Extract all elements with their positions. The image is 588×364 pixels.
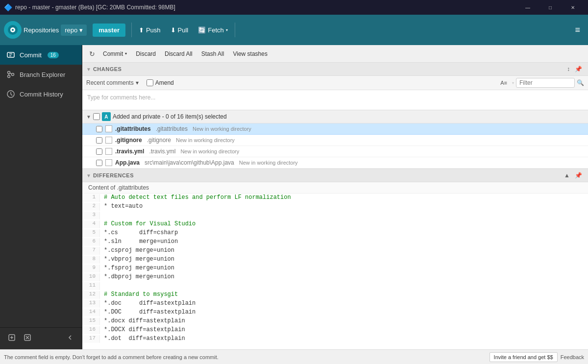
commit-icon bbox=[6, 50, 16, 60]
diff-line: 3 bbox=[82, 211, 588, 220]
diff-collapse-icon: ▼ bbox=[86, 173, 91, 178]
fetch-dropdown-arrow: ▾ bbox=[226, 28, 228, 32]
file-icon-0 bbox=[105, 125, 112, 132]
line-content bbox=[100, 212, 104, 219]
repositories-label: Repositories bbox=[24, 26, 59, 34]
line-number: 9 bbox=[82, 265, 100, 272]
sidebar-item-commit[interactable]: Commit 16 bbox=[0, 45, 82, 65]
file-checkbox-3[interactable] bbox=[96, 160, 102, 166]
recent-comments-arrow: ▾ bbox=[136, 79, 139, 86]
content-area: ↻ Commit ▾ Discard Discard All Stash All… bbox=[82, 45, 588, 349]
group-collapse-arrow: ▼ bbox=[86, 114, 91, 120]
line-number: 11 bbox=[82, 282, 100, 290]
group-letter: A bbox=[104, 114, 108, 120]
diff-line: 1# Auto detect text files and perform LF… bbox=[82, 194, 588, 202]
svg-point-2 bbox=[12, 29, 14, 31]
amend-checkbox[interactable] bbox=[147, 79, 153, 86]
line-content: *.csproj merge=union bbox=[100, 247, 174, 255]
pull-button[interactable]: ⬇ Pull bbox=[166, 24, 194, 37]
close-button[interactable]: ✕ bbox=[562, 0, 584, 15]
close-tab-button[interactable] bbox=[22, 332, 33, 345]
sidebar-bottom bbox=[0, 327, 82, 349]
line-content: * text=auto bbox=[100, 203, 143, 211]
diff-header-actions: ▲ 📌 bbox=[562, 171, 584, 180]
refresh-button[interactable]: ↻ bbox=[86, 48, 98, 60]
recent-comments-button[interactable]: Recent comments ▾ bbox=[86, 79, 139, 86]
file-group-header[interactable]: ▼ A Added and private - 0 of 16 item(s) … bbox=[82, 110, 588, 123]
maximize-button[interactable]: □ bbox=[539, 0, 562, 15]
file-checkbox-2[interactable] bbox=[96, 148, 102, 155]
line-number: 13 bbox=[82, 300, 100, 308]
file-item[interactable]: .gitignore .gitignore New in working dir… bbox=[82, 135, 588, 146]
line-content: # Custom for Visual Studio bbox=[100, 220, 196, 228]
push-label: Push bbox=[146, 26, 161, 34]
stash-all-button[interactable]: Stash All bbox=[197, 49, 228, 59]
discard-label: Discard bbox=[136, 50, 156, 57]
file-checkbox-1[interactable] bbox=[96, 137, 102, 144]
svg-rect-3 bbox=[7, 52, 14, 57]
file-icon-1 bbox=[105, 137, 112, 144]
repo-section: Repositories repo ▾ bbox=[24, 24, 87, 36]
line-content: # Auto detect text files and perform LF … bbox=[100, 194, 291, 202]
svg-point-7 bbox=[8, 75, 10, 78]
diff-up-button[interactable]: ▲ bbox=[562, 171, 572, 180]
invite-button[interactable]: Invite a friend and get $$ bbox=[490, 352, 558, 362]
back-button[interactable] bbox=[64, 332, 76, 345]
file-path-1: .gitignore bbox=[147, 137, 171, 144]
branch-button[interactable]: master bbox=[93, 24, 125, 37]
line-number: 7 bbox=[82, 247, 100, 255]
branch-name: master bbox=[98, 26, 120, 34]
discard-button[interactable]: Discard bbox=[132, 49, 160, 59]
group-icon: A bbox=[102, 112, 111, 121]
group-checkbox[interactable] bbox=[93, 113, 100, 120]
line-number: 17 bbox=[82, 335, 100, 343]
line-content: *.vbproj merge=union bbox=[100, 256, 174, 264]
discard-all-button[interactable]: Discard All bbox=[161, 49, 196, 59]
repo-dropdown[interactable]: repo ▾ bbox=[61, 24, 87, 36]
line-content: *.DOCX diff=astextplain bbox=[100, 326, 185, 334]
line-number: 6 bbox=[82, 238, 100, 246]
toolbar-separator-2 bbox=[235, 23, 235, 37]
group-label: Added and private - 0 of 16 item(s) sele… bbox=[113, 113, 584, 120]
line-number: 2 bbox=[82, 203, 100, 211]
file-checkbox-0[interactable] bbox=[96, 126, 102, 132]
diff-pin-button[interactable]: 📌 bbox=[573, 171, 584, 180]
new-tab-button[interactable] bbox=[6, 332, 18, 345]
fetch-icon: 🔄 bbox=[198, 26, 206, 34]
line-content: *.sln merge=union bbox=[100, 238, 178, 246]
diff-code-view: 1# Auto detect text files and perform LF… bbox=[82, 194, 588, 349]
sidebar-item-branch-explorer[interactable]: Branch Explorer bbox=[0, 65, 82, 84]
search-button[interactable]: 🔍 bbox=[577, 79, 584, 86]
sidebar: Commit 16 Branch Explorer Commit History bbox=[0, 45, 82, 349]
minimize-button[interactable]: — bbox=[516, 0, 539, 15]
file-status-3: New in working directory bbox=[239, 160, 298, 166]
more-button[interactable]: ≡ bbox=[571, 23, 584, 37]
filter-input[interactable] bbox=[516, 78, 575, 88]
file-list: ▼ A Added and private - 0 of 16 item(s) … bbox=[82, 110, 588, 169]
file-item[interactable]: .gitattributes .gitattributes New in wor… bbox=[82, 123, 588, 135]
view-stashes-button[interactable]: View stashes bbox=[229, 49, 271, 59]
line-content bbox=[100, 282, 104, 290]
file-name-1: .gitignore bbox=[115, 137, 142, 144]
commit-action-button[interactable]: Commit ▾ bbox=[99, 49, 131, 59]
fetch-button[interactable]: 🔄 Fetch ▾ bbox=[193, 24, 233, 37]
changes-pin-button[interactable]: 📌 bbox=[573, 65, 584, 73]
sidebar-item-commit-history[interactable]: Commit History bbox=[0, 84, 82, 104]
feedback-button[interactable]: Feedback bbox=[561, 354, 584, 360]
push-button[interactable]: ⬆ Push bbox=[134, 24, 166, 37]
line-content: *.DOC diff=astextplain bbox=[100, 309, 196, 316]
diff-line: 2* text=auto bbox=[82, 202, 588, 211]
branch-explorer-icon bbox=[6, 70, 16, 79]
comment-text-area[interactable]: Type for comments here... bbox=[82, 90, 588, 110]
format-button[interactable]: A≡ bbox=[497, 78, 510, 87]
push-icon: ⬆ bbox=[139, 26, 144, 34]
file-path-2: .travis.yml bbox=[149, 148, 175, 155]
file-status-1: New in working directory bbox=[176, 137, 235, 143]
changes-expand-button[interactable]: ↕ bbox=[565, 65, 572, 73]
commit-action-label: Commit bbox=[103, 50, 123, 57]
file-item[interactable]: .travis.yml .travis.yml New in working d… bbox=[82, 146, 588, 157]
changes-header-actions: ↕ 📌 bbox=[565, 65, 584, 73]
line-content: *.docx diff=astextplain bbox=[100, 317, 185, 325]
file-item[interactable]: App.java src\main\java\com\github\App.ja… bbox=[82, 157, 588, 169]
amend-label[interactable]: Amend bbox=[155, 79, 174, 86]
